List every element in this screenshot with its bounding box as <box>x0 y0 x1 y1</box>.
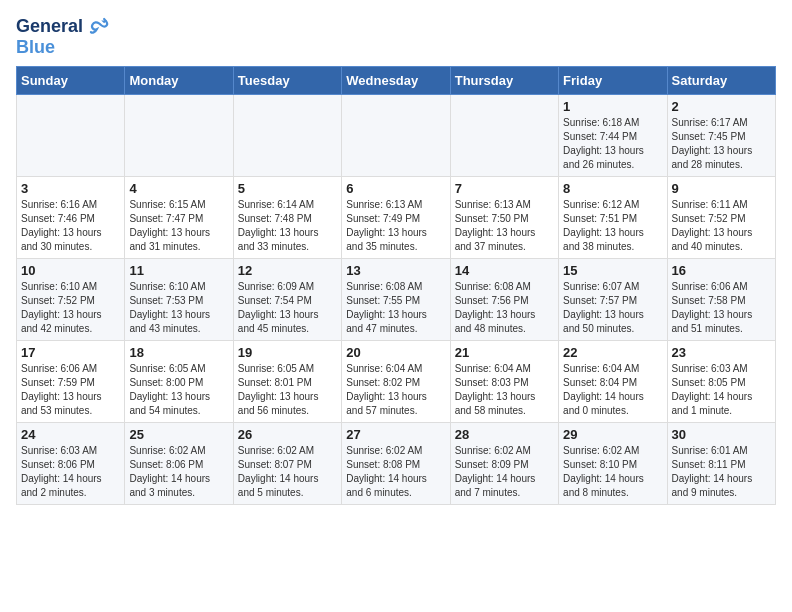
calendar-cell: 15Sunrise: 6:07 AM Sunset: 7:57 PM Dayli… <box>559 258 667 340</box>
logo: General Blue <box>16 16 110 58</box>
calendar-cell: 18Sunrise: 6:05 AM Sunset: 8:00 PM Dayli… <box>125 340 233 422</box>
logo-general: General <box>16 16 110 38</box>
cell-content: Sunrise: 6:11 AM Sunset: 7:52 PM Dayligh… <box>672 198 771 254</box>
cell-content: Sunrise: 6:12 AM Sunset: 7:51 PM Dayligh… <box>563 198 662 254</box>
calendar-cell: 10Sunrise: 6:10 AM Sunset: 7:52 PM Dayli… <box>17 258 125 340</box>
cell-content: Sunrise: 6:02 AM Sunset: 8:08 PM Dayligh… <box>346 444 445 500</box>
cell-content: Sunrise: 6:04 AM Sunset: 8:03 PM Dayligh… <box>455 362 554 418</box>
day-number: 21 <box>455 345 554 360</box>
calendar-cell: 28Sunrise: 6:02 AM Sunset: 8:09 PM Dayli… <box>450 422 558 504</box>
day-number: 7 <box>455 181 554 196</box>
logo-blue: Blue <box>16 38 110 58</box>
day-number: 24 <box>21 427 120 442</box>
cell-content: Sunrise: 6:16 AM Sunset: 7:46 PM Dayligh… <box>21 198 120 254</box>
day-number: 22 <box>563 345 662 360</box>
calendar-cell: 11Sunrise: 6:10 AM Sunset: 7:53 PM Dayli… <box>125 258 233 340</box>
day-number: 19 <box>238 345 337 360</box>
cell-content: Sunrise: 6:03 AM Sunset: 8:06 PM Dayligh… <box>21 444 120 500</box>
day-number: 6 <box>346 181 445 196</box>
day-number: 4 <box>129 181 228 196</box>
calendar-cell: 25Sunrise: 6:02 AM Sunset: 8:06 PM Dayli… <box>125 422 233 504</box>
calendar-cell: 21Sunrise: 6:04 AM Sunset: 8:03 PM Dayli… <box>450 340 558 422</box>
calendar-cell: 19Sunrise: 6:05 AM Sunset: 8:01 PM Dayli… <box>233 340 341 422</box>
cell-content: Sunrise: 6:01 AM Sunset: 8:11 PM Dayligh… <box>672 444 771 500</box>
cell-content: Sunrise: 6:15 AM Sunset: 7:47 PM Dayligh… <box>129 198 228 254</box>
day-number: 11 <box>129 263 228 278</box>
cell-content: Sunrise: 6:13 AM Sunset: 7:49 PM Dayligh… <box>346 198 445 254</box>
day-number: 25 <box>129 427 228 442</box>
cell-content: Sunrise: 6:02 AM Sunset: 8:09 PM Dayligh… <box>455 444 554 500</box>
day-number: 14 <box>455 263 554 278</box>
weekday-header: Wednesday <box>342 66 450 94</box>
calendar-week-row: 1Sunrise: 6:18 AM Sunset: 7:44 PM Daylig… <box>17 94 776 176</box>
calendar-week-row: 17Sunrise: 6:06 AM Sunset: 7:59 PM Dayli… <box>17 340 776 422</box>
day-number: 1 <box>563 99 662 114</box>
calendar-cell <box>450 94 558 176</box>
day-number: 27 <box>346 427 445 442</box>
weekday-header: Tuesday <box>233 66 341 94</box>
cell-content: Sunrise: 6:06 AM Sunset: 7:58 PM Dayligh… <box>672 280 771 336</box>
calendar-cell: 26Sunrise: 6:02 AM Sunset: 8:07 PM Dayli… <box>233 422 341 504</box>
calendar-cell <box>125 94 233 176</box>
calendar-week-row: 3Sunrise: 6:16 AM Sunset: 7:46 PM Daylig… <box>17 176 776 258</box>
day-number: 16 <box>672 263 771 278</box>
day-number: 10 <box>21 263 120 278</box>
calendar-cell: 24Sunrise: 6:03 AM Sunset: 8:06 PM Dayli… <box>17 422 125 504</box>
day-number: 13 <box>346 263 445 278</box>
logo-bird-icon <box>88 16 110 38</box>
calendar-cell: 23Sunrise: 6:03 AM Sunset: 8:05 PM Dayli… <box>667 340 775 422</box>
calendar-cell: 30Sunrise: 6:01 AM Sunset: 8:11 PM Dayli… <box>667 422 775 504</box>
calendar-cell: 16Sunrise: 6:06 AM Sunset: 7:58 PM Dayli… <box>667 258 775 340</box>
cell-content: Sunrise: 6:04 AM Sunset: 8:04 PM Dayligh… <box>563 362 662 418</box>
day-number: 20 <box>346 345 445 360</box>
calendar-cell <box>342 94 450 176</box>
day-number: 23 <box>672 345 771 360</box>
weekday-header: Sunday <box>17 66 125 94</box>
calendar-table: SundayMondayTuesdayWednesdayThursdayFrid… <box>16 66 776 505</box>
cell-content: Sunrise: 6:02 AM Sunset: 8:10 PM Dayligh… <box>563 444 662 500</box>
cell-content: Sunrise: 6:02 AM Sunset: 8:06 PM Dayligh… <box>129 444 228 500</box>
cell-content: Sunrise: 6:08 AM Sunset: 7:56 PM Dayligh… <box>455 280 554 336</box>
day-number: 26 <box>238 427 337 442</box>
cell-content: Sunrise: 6:08 AM Sunset: 7:55 PM Dayligh… <box>346 280 445 336</box>
day-number: 8 <box>563 181 662 196</box>
day-number: 28 <box>455 427 554 442</box>
cell-content: Sunrise: 6:03 AM Sunset: 8:05 PM Dayligh… <box>672 362 771 418</box>
calendar-cell: 12Sunrise: 6:09 AM Sunset: 7:54 PM Dayli… <box>233 258 341 340</box>
cell-content: Sunrise: 6:18 AM Sunset: 7:44 PM Dayligh… <box>563 116 662 172</box>
calendar-cell: 8Sunrise: 6:12 AM Sunset: 7:51 PM Daylig… <box>559 176 667 258</box>
calendar-week-row: 10Sunrise: 6:10 AM Sunset: 7:52 PM Dayli… <box>17 258 776 340</box>
calendar-cell: 6Sunrise: 6:13 AM Sunset: 7:49 PM Daylig… <box>342 176 450 258</box>
calendar-cell <box>17 94 125 176</box>
cell-content: Sunrise: 6:05 AM Sunset: 8:00 PM Dayligh… <box>129 362 228 418</box>
day-number: 15 <box>563 263 662 278</box>
calendar-cell: 7Sunrise: 6:13 AM Sunset: 7:50 PM Daylig… <box>450 176 558 258</box>
calendar-week-row: 24Sunrise: 6:03 AM Sunset: 8:06 PM Dayli… <box>17 422 776 504</box>
calendar-cell: 13Sunrise: 6:08 AM Sunset: 7:55 PM Dayli… <box>342 258 450 340</box>
cell-content: Sunrise: 6:10 AM Sunset: 7:52 PM Dayligh… <box>21 280 120 336</box>
weekday-header: Monday <box>125 66 233 94</box>
calendar-cell: 29Sunrise: 6:02 AM Sunset: 8:10 PM Dayli… <box>559 422 667 504</box>
calendar-cell: 1Sunrise: 6:18 AM Sunset: 7:44 PM Daylig… <box>559 94 667 176</box>
calendar-header-row: SundayMondayTuesdayWednesdayThursdayFrid… <box>17 66 776 94</box>
cell-content: Sunrise: 6:10 AM Sunset: 7:53 PM Dayligh… <box>129 280 228 336</box>
calendar-cell: 4Sunrise: 6:15 AM Sunset: 7:47 PM Daylig… <box>125 176 233 258</box>
cell-content: Sunrise: 6:13 AM Sunset: 7:50 PM Dayligh… <box>455 198 554 254</box>
day-number: 3 <box>21 181 120 196</box>
calendar-cell: 20Sunrise: 6:04 AM Sunset: 8:02 PM Dayli… <box>342 340 450 422</box>
day-number: 30 <box>672 427 771 442</box>
calendar-cell: 22Sunrise: 6:04 AM Sunset: 8:04 PM Dayli… <box>559 340 667 422</box>
calendar-cell: 2Sunrise: 6:17 AM Sunset: 7:45 PM Daylig… <box>667 94 775 176</box>
day-number: 9 <box>672 181 771 196</box>
calendar-cell: 17Sunrise: 6:06 AM Sunset: 7:59 PM Dayli… <box>17 340 125 422</box>
calendar-cell: 5Sunrise: 6:14 AM Sunset: 7:48 PM Daylig… <box>233 176 341 258</box>
day-number: 5 <box>238 181 337 196</box>
weekday-header: Thursday <box>450 66 558 94</box>
cell-content: Sunrise: 6:02 AM Sunset: 8:07 PM Dayligh… <box>238 444 337 500</box>
cell-content: Sunrise: 6:14 AM Sunset: 7:48 PM Dayligh… <box>238 198 337 254</box>
cell-content: Sunrise: 6:09 AM Sunset: 7:54 PM Dayligh… <box>238 280 337 336</box>
cell-content: Sunrise: 6:17 AM Sunset: 7:45 PM Dayligh… <box>672 116 771 172</box>
calendar-cell: 27Sunrise: 6:02 AM Sunset: 8:08 PM Dayli… <box>342 422 450 504</box>
day-number: 12 <box>238 263 337 278</box>
calendar-cell: 3Sunrise: 6:16 AM Sunset: 7:46 PM Daylig… <box>17 176 125 258</box>
